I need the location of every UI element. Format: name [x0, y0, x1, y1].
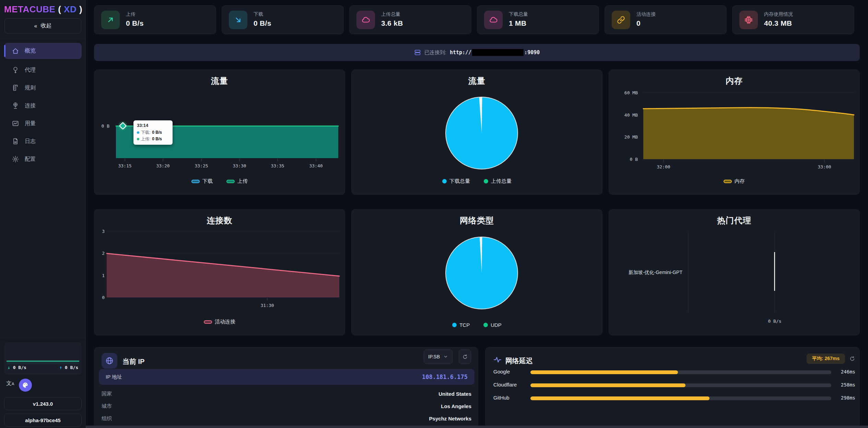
ui-build-button[interactable]: alpha-97bce45 — [4, 414, 82, 427]
sidebar-item-rules[interactable]: 规则 — [4, 81, 82, 95]
sidebar-item-overview[interactable]: 概览 — [4, 43, 82, 59]
x-tick: 0 B/s — [768, 319, 781, 324]
x-tick: 33:20 — [156, 163, 169, 168]
sidebar-item-logs[interactable]: 日志 — [4, 134, 82, 148]
legend-marker — [724, 180, 732, 183]
mini-download-stat: ↓ 0 B/s — [8, 365, 26, 370]
stat-card-memory: 内存使用情况 40.3 MB — [732, 5, 854, 34]
arrow-up-icon: ↑ — [59, 365, 65, 370]
traffic-pie-chart — [352, 70, 603, 195]
latency-row-cloudflare: Cloudflare 258ms — [485, 381, 859, 389]
traffic-line-chart — [94, 70, 345, 195]
divider — [0, 338, 85, 338]
logo-xd: XD — [64, 4, 77, 14]
arrow-down-icon: ↓ — [8, 365, 13, 370]
chevron-down-icon — [443, 354, 448, 359]
panel-title: 网络延迟 — [505, 356, 533, 366]
collapse-sidebar-button[interactable]: « 收起 — [4, 18, 81, 34]
rules-icon — [12, 84, 19, 92]
chart-legend: TCP UDP — [352, 322, 602, 328]
legend-item-tcp[interactable]: TCP — [452, 322, 470, 328]
ip-address-row: IP 地址 108.181.6.175 — [99, 369, 474, 385]
connections-area-chart — [94, 210, 345, 336]
traffic-line-chart-card: 流量 0 B 33:15 33:20 33:25 33:30 33:35 33:… — [94, 70, 345, 195]
legend-item-udp[interactable]: UDP — [483, 322, 502, 328]
sidebar-item-proxies[interactable]: 代理 — [4, 63, 82, 77]
cloud-icon — [484, 11, 503, 29]
language-toggle[interactable]: 文A — [6, 380, 17, 390]
globe-icon — [102, 353, 117, 369]
chart-tooltip: 33:14 下载:0 B/s 上传:0 B/s — [133, 120, 173, 145]
x-tick: 33:40 — [309, 163, 322, 168]
pulse-icon — [493, 356, 502, 364]
sidebar: METACUBE ( XD ) « 收起 概览 代理 — [0, 0, 86, 428]
ip-provider-select[interactable]: IP.SB — [424, 349, 453, 364]
legend-item-download-total[interactable]: 下载总量 — [442, 178, 470, 185]
legend-item-upload[interactable]: 上传 — [226, 178, 248, 185]
sidebar-item-config[interactable]: 配置 — [4, 152, 82, 166]
refresh-ip-button[interactable] — [459, 349, 471, 364]
sidebar-menu: 概览 代理 规则 连接 用量 — [4, 43, 82, 170]
ip-address-value: 108.181.6.175 — [422, 373, 468, 380]
panel-title: 当前 IP — [122, 357, 144, 366]
legend-item-download[interactable]: 下载 — [191, 178, 213, 185]
x-tick: 33:00 — [818, 164, 831, 169]
average-latency-badge: 平均: 267ms — [807, 354, 845, 364]
x-tick: 32:00 — [657, 164, 670, 169]
series-dot — [137, 131, 139, 134]
refresh-latency-button[interactable] — [849, 356, 855, 362]
memory-area-chart — [609, 70, 860, 195]
redacted-host — [472, 49, 524, 56]
network-latency-panel: 网络延迟 平均: 267ms Google 246ms Cloudflare 2… — [485, 347, 860, 428]
y-tick: 1 — [94, 273, 105, 278]
logo-brand: METACUBE — [4, 4, 55, 14]
connections-chart-card: 连接数 3 2 1 0 31:30 活动连接 — [94, 209, 345, 335]
sidebar-item-usage[interactable]: 用量 — [4, 117, 82, 130]
stat-card-upload-total: 上传总量 3.6 kB — [349, 5, 471, 34]
legend-marker — [484, 179, 488, 183]
network-type-chart-card: 网络类型 TCP UDP — [351, 209, 602, 335]
country-row: 国家 United States — [102, 391, 471, 397]
legend-item-memory[interactable]: 内存 — [724, 178, 745, 185]
network-type-pie-chart — [352, 210, 603, 336]
server-icon — [414, 49, 421, 56]
top-proxies-chart-card: 热门代理 新加坡-优化-Gemini-GPT 0 B/s — [609, 209, 860, 335]
legend-marker — [483, 323, 488, 327]
proxy-category-label: 新加坡-优化-Gemini-GPT — [609, 270, 682, 276]
zero-value-bar — [774, 252, 775, 291]
y-tick: 2 — [94, 251, 105, 256]
core-version-button[interactable]: v1.243.0 — [4, 397, 82, 410]
organization-row: 组织 Psychz Networks — [102, 415, 471, 422]
banner-label: 已连接到: — [424, 49, 446, 56]
dashboard-screen: METACUBE ( XD ) « 收起 概览 代理 — [0, 0, 868, 428]
x-tick: 33:15 — [118, 163, 131, 168]
backend-connected-banner: 已连接到: http://:9090 — [94, 44, 860, 61]
theme-palette-button[interactable] — [19, 379, 32, 392]
legend-item-active-connections[interactable]: 活动连接 — [204, 319, 235, 325]
chip-icon — [739, 11, 758, 29]
legend-item-upload-total[interactable]: 上传总量 — [484, 178, 512, 185]
stat-card-active-connections: 活动连接 0 — [605, 5, 727, 34]
current-ip-panel: 当前 IP IP.SB IP 地址 108.181.6.175 国家 Unite… — [94, 347, 478, 428]
y-tick: 60 MB — [614, 90, 638, 95]
horizontal-scrollbar[interactable] — [86, 426, 868, 428]
legend-marker — [191, 180, 200, 183]
stat-card-download: 下载 0 B/s — [222, 5, 344, 34]
y-tick: 20 MB — [614, 134, 638, 140]
chart-legend: 活动连接 — [94, 319, 345, 325]
legend-marker — [204, 320, 212, 324]
latency-row-github: GitHub 298ms — [485, 394, 859, 402]
sidebar-mini-traffic-chart: ↓ 0 B/s ↑ 0 B/s — [4, 342, 82, 375]
cloud-icon — [356, 11, 375, 29]
home-icon — [12, 47, 19, 55]
y-tick: 3 — [94, 229, 105, 234]
sidebar-item-connections[interactable]: 连接 — [4, 99, 82, 112]
legend-marker — [452, 323, 457, 327]
link-icon — [612, 11, 630, 29]
chart-legend: 内存 — [609, 178, 859, 185]
latency-row-google: Google 246ms — [485, 368, 859, 376]
series-dot — [137, 138, 139, 140]
latency-bar — [530, 370, 831, 374]
backend-url: http://:9090 — [450, 49, 540, 56]
tooltip-time: 33:14 — [137, 123, 169, 128]
